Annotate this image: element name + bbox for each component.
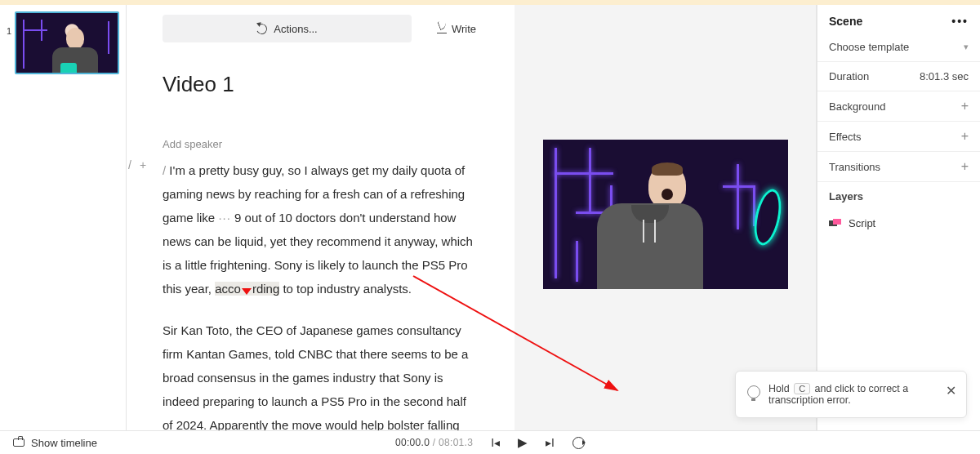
layers-label: Layers (829, 190, 863, 203)
add-speaker-button[interactable]: Add speaker (163, 138, 490, 150)
choose-template-row[interactable]: Choose template ▾ (817, 33, 980, 62)
scene-thumbnail[interactable] (15, 11, 119, 74)
play-button[interactable]: ▶ (518, 435, 528, 450)
more-icon[interactable]: ••• (951, 15, 969, 28)
skip-forward-button[interactable]: ▸I (546, 436, 555, 449)
hint-toast: Hold C and click to correct a transcript… (735, 371, 967, 418)
plus-icon[interactable]: + (961, 100, 969, 113)
panel-header: Scene ••• (817, 5, 980, 33)
paragraph-gutter: / + (128, 158, 146, 171)
duration-value: 8:01.3 sec (920, 70, 969, 82)
pen-icon (437, 24, 447, 33)
transcript-paragraph-1[interactable]: / I'm a pretty busy guy, so I always get… (163, 158, 473, 300)
background-row[interactable]: Background + (817, 91, 980, 122)
layers-header: Layers (817, 182, 980, 211)
background-label: Background (829, 100, 885, 113)
hint-text: Hold C and click to correct a transcript… (768, 383, 935, 406)
layer-script[interactable]: Script (817, 211, 980, 236)
effects-row[interactable]: Effects + (817, 122, 980, 152)
panel-title: Scene (829, 15, 862, 28)
scene-thumb-wrap[interactable]: 1 (7, 11, 119, 74)
write-label: Write (452, 23, 476, 35)
p1-ellipsis[interactable]: ··· (218, 211, 231, 225)
transport-controls: 00:00.0 / 08:01.3 I◂ ▶ ▸I (395, 435, 585, 450)
paragraph-1-wrap: / + / I'm a pretty busy guy, so I always… (163, 158, 490, 300)
gutter-plus[interactable]: + (140, 158, 146, 171)
layer-script-label: Script (849, 217, 875, 229)
timeline-icon (13, 438, 24, 447)
preview-column (514, 5, 817, 430)
plus-icon[interactable]: + (961, 160, 969, 173)
chevron-down-icon: ▾ (964, 42, 969, 52)
time-display: 00:00.0 / 08:01.3 (395, 437, 473, 448)
editor-panel: Actions... Write Video 1 Add speaker / +… (127, 5, 514, 430)
app-root: 1 Actions... (0, 5, 980, 430)
p1-highlight: according (215, 282, 279, 296)
preview-person (631, 164, 703, 289)
duration-row: Duration 8:01.3 sec (817, 62, 980, 91)
loop-icon[interactable] (572, 437, 585, 449)
actions-button[interactable]: Actions... (163, 15, 412, 42)
gutter-slash[interactable]: / (128, 158, 131, 171)
transitions-row[interactable]: Transitions + (817, 152, 980, 182)
video-title[interactable]: Video 1 (163, 72, 490, 97)
template-label: Choose template (829, 41, 909, 53)
scene-index: 1 (7, 26, 11, 36)
refresh-icon (255, 22, 269, 36)
script-layer-icon (829, 219, 842, 229)
actions-label: Actions... (274, 23, 317, 35)
write-button[interactable]: Write (423, 15, 490, 42)
bottom-bar: Show timeline 00:00.0 / 08:01.3 I◂ ▶ ▸I (0, 430, 980, 454)
transcript-paragraph-2[interactable]: Sir Kan Toto, the CEO of Japanese games … (163, 318, 473, 430)
p1-c: to top industry analysts. (279, 282, 412, 296)
lightbulb-icon (747, 385, 760, 398)
show-timeline-button[interactable]: Show timeline (13, 437, 97, 449)
scene-rail: 1 (0, 5, 127, 430)
key-c: C (794, 383, 810, 394)
duration-label: Duration (829, 70, 869, 82)
properties-panel: Scene ••• Choose template ▾ Duration 8:0… (817, 5, 980, 430)
editor-toolbar: Actions... Write (163, 15, 490, 42)
video-preview[interactable] (543, 140, 788, 289)
transitions-label: Transitions (829, 161, 880, 173)
plus-icon[interactable]: + (961, 130, 969, 143)
cursor-marker-icon (242, 288, 252, 295)
skip-back-button[interactable]: I◂ (491, 436, 500, 449)
close-icon[interactable]: ✕ (946, 383, 956, 398)
show-timeline-label: Show timeline (31, 437, 97, 449)
effects-label: Effects (829, 131, 862, 143)
